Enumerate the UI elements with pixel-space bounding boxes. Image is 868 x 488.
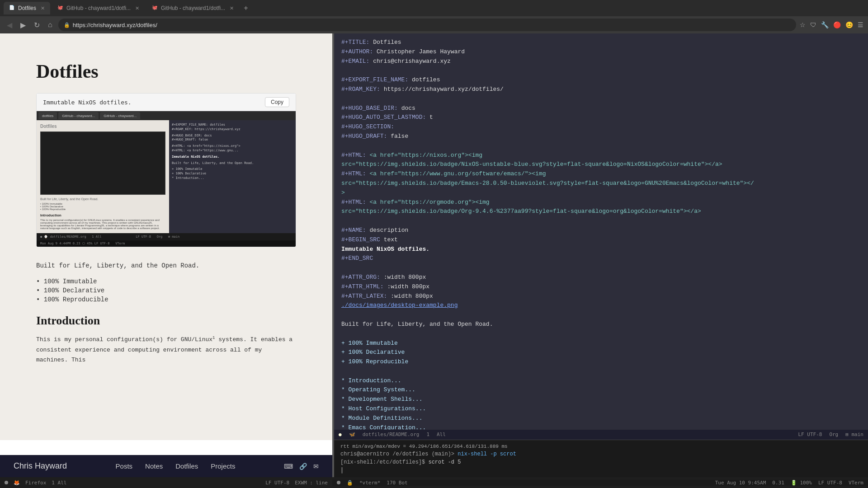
editor-line-34: * Emacs Configuration... <box>341 423 861 430</box>
terminal-cursor: │ <box>340 467 344 474</box>
terminal-line-1: chris@acernitro /e/dotfiles (main)> nix-… <box>340 450 862 458</box>
editor-line-29: * Introduction... <box>341 376 861 386</box>
editor-line-5: #+ROAM_KEY: https://chrishayward.xyz/dot… <box>341 85 861 94</box>
editor-line-24-link: ./docs/images/desktop-example.png <box>341 301 861 310</box>
bullet-item-2: 100% Declarative <box>36 287 296 294</box>
status-count: 1 All <box>52 480 66 486</box>
mini-browser-preview: dotfiles GitHub - chayward... GitHub - c… <box>37 111 296 247</box>
tab-close-2[interactable]: ✕ <box>135 5 139 11</box>
editor-line-9: #+HUGO_DRAFT: false <box>341 132 861 141</box>
status-linenum: 1 <box>426 432 429 437</box>
github-icon[interactable]: ⌨ <box>284 463 293 470</box>
mini-right-panel: #+EXPORT_FILE_NAME: dotfiles #+ROAM_KEY:… <box>169 120 296 233</box>
terminal-content[interactable]: rtt min/avg/max/mdev = 49.294/186.651/36… <box>334 440 868 478</box>
intro-paragraph: This is my personal configuration(s) for… <box>36 335 296 365</box>
extension-icon-1[interactable]: 🔧 <box>821 21 829 28</box>
status-butterfly-icon: 🦋 <box>349 432 355 437</box>
status-browser-name: 🦊 <box>14 480 20 486</box>
screenshot-image: dotfiles GitHub - chayward... GitHub - c… <box>37 111 296 247</box>
editor-line-3: #+EMAIL: chris@chrishayward.xyz <box>341 57 861 66</box>
extension-icon-3[interactable]: 😊 <box>845 21 853 28</box>
bullet-item-3: 100% Reproducible <box>36 296 296 303</box>
address-bar[interactable]: 🔒 https://chrishayward.xyz/dotfiles/ <box>58 19 796 31</box>
browser-chrome: 📄 Dotfiles ✕ 🐙 GitHub - chayward1/dotfi.… <box>0 0 868 33</box>
nav-bar: ◀ ▶ ↻ ⌂ 🔒 https://chrishayward.xyz/dotfi… <box>0 16 868 33</box>
editor-line-26: + 100% Immutable <box>341 339 861 348</box>
rtt-line: rtt min/avg/max/mdev = 49.294/186.651/36… <box>340 443 862 450</box>
email-icon[interactable]: ✉ <box>313 463 319 470</box>
editor-line-4: #+EXPORT_FILE_NAME: dotfiles <box>341 75 861 85</box>
status-lock-icon: 🔒 <box>347 480 353 486</box>
editor-line-8: #+HUGO_SECTION: <box>341 122 861 132</box>
mini-bullets: • 100% Immutable• 100% Declarative• 100%… <box>40 202 165 211</box>
meta-val-1: Dotfiles <box>373 39 401 46</box>
editor-line-1: #+TITLE: Dotfiles <box>341 38 861 47</box>
mini-editor-line-1: #+EXPORT_FILE_NAME: dotfiles <box>172 123 293 127</box>
tab-close-1[interactable]: ✕ <box>41 5 45 11</box>
mini-statusbar: ● ⌚ dotfiles/README.org 1 All LF UTF-8 O… <box>37 233 296 240</box>
bullet-list: 100% Immutable 100% Declarative 100% Rep… <box>36 278 296 303</box>
editor-statusbar: ● 🦋 dotfiles/README.org 1 All LF UTF-8 O… <box>334 430 868 440</box>
mini-left-title: Dotfiles <box>40 124 165 129</box>
nav-link-dotfiles[interactable]: Dotfiles <box>175 462 198 470</box>
url-display: https://chrishayward.xyz/dotfiles/ <box>73 22 157 28</box>
nav-link-posts[interactable]: Posts <box>116 462 133 470</box>
editor-line-16: src="https://img.shields.io/badge/Org-9.… <box>341 207 861 216</box>
nav-actions: ☆ 🛡 🔧 🔴 😊 ☰ <box>800 21 863 28</box>
shield-icon[interactable]: 🛡 <box>810 21 816 28</box>
editor-line-22: #+ATTR_HTML: :width 800px <box>341 282 861 292</box>
mini-editor-line-7: Built for Life, Liberty, and the Open Ro… <box>172 161 293 166</box>
copy-button[interactable]: Copy <box>265 97 289 107</box>
home-button[interactable]: ⌂ <box>46 20 55 30</box>
tab-dotfiles[interactable]: 📄 Dotfiles ✕ <box>4 2 50 14</box>
mini-left-panel: Dotfiles Built for Life, Liberty, and th… <box>37 120 169 233</box>
editor-line-14: > <box>341 188 861 198</box>
nav-link-notes[interactable]: Notes <box>145 462 163 470</box>
mini-screenshot-inner <box>40 131 165 195</box>
bookmark-star[interactable]: ☆ <box>800 21 806 28</box>
tab-favicon-3: 🐙 <box>152 5 158 11</box>
mini-tab-1: dotfiles <box>38 112 57 119</box>
tab-github-1[interactable]: 🐙 GitHub - chayward1/dotfi... ✕ <box>52 2 145 14</box>
editor-line-12: #+HTML: <a href="https://www.gnu.org/sof… <box>341 169 861 179</box>
status-firefox: Firefox <box>25 480 46 486</box>
mini-editor-line-8: + 100% Immutable <box>172 167 293 172</box>
meta-key-3: #+EMAIL: <box>341 58 373 65</box>
tab-close-3[interactable]: ✕ <box>230 5 234 11</box>
status-battery: 🔋 100% <box>791 480 812 486</box>
tab-github-2[interactable]: 🐙 GitHub - chayward1/dotfi... ✕ <box>146 2 239 14</box>
nav-link-projects[interactable]: Projects <box>211 462 235 470</box>
status-branch: ⊞ main <box>845 432 863 437</box>
editor-line-6: #+HUGO_BASE_DIR: docs <box>341 104 861 113</box>
editor-line-7: #+HUGO_AUTO_SET_LASTMOD: t <box>341 113 861 122</box>
terminal-prompt-2: [nix-shell:/etc/dotfiles]$ <box>340 459 425 465</box>
forward-button[interactable]: ▶ <box>18 20 28 30</box>
editor-line-25: Built for Life, Liberty, and the Open Ro… <box>341 320 861 329</box>
terminal-cmd-2-text: scrot -d 5 <box>428 459 461 465</box>
terminal-prompt-1: chris@acernitro /e/dotfiles (main)> <box>340 451 454 457</box>
status-bar-left: 🦊 Firefox 1 All LF UTF-8 EXWM : line <box>0 480 332 486</box>
editor-content[interactable]: #+TITLE: Dotfiles #+AUTHOR: Christopher … <box>334 33 868 430</box>
new-tab-button[interactable]: + <box>241 4 250 12</box>
editor-blank-1 <box>341 66 861 75</box>
tab-bar: 📄 Dotfiles ✕ 🐙 GitHub - chayward1/dotfi.… <box>0 0 868 16</box>
mini-intro: This is my personal configuration(s) for… <box>40 219 165 230</box>
tab-favicon-2: 🐙 <box>57 5 64 11</box>
back-button[interactable]: ◀ <box>5 20 14 30</box>
editor-blank-5 <box>341 263 861 273</box>
browser-content: Dotfiles Immutable NixOS dotfiles. Copy … <box>0 33 332 477</box>
status-indicator: ● <box>339 432 342 437</box>
extension-icon-2[interactable]: 🔴 <box>833 21 841 28</box>
bottom-statusbar: 🦊 Firefox 1 All LF UTF-8 EXWM : line 🔒 *… <box>0 477 868 488</box>
terminal-cursor-line: │ <box>340 466 862 474</box>
menu-button[interactable]: ☰ <box>858 21 863 28</box>
meta-key-1: #+TITLE: <box>341 39 373 46</box>
editor-line-13: src="https://img.shields.io/badge/Emacs-… <box>341 179 861 188</box>
editor-line-15: #+HTML: <a href="https://orgmode.org"><i… <box>341 198 861 207</box>
status-dot-right <box>337 481 340 484</box>
editor-panel: #+TITLE: Dotfiles #+AUTHOR: Christopher … <box>334 33 868 477</box>
site-nav: Chris Hayward Posts Notes Dotfiles Proje… <box>0 455 332 477</box>
reload-button[interactable]: ↻ <box>32 20 42 30</box>
editor-line-20: #+END_SRC <box>341 254 861 263</box>
social-icon-2[interactable]: 🔗 <box>299 463 307 470</box>
